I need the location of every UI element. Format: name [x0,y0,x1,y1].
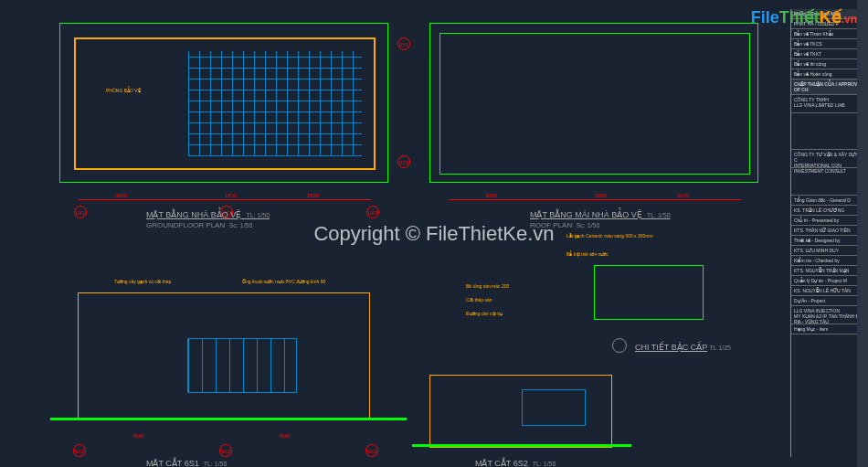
section-6s2 [429,375,612,448]
floor-grid [188,51,362,156]
title-vn: MẶT CẮT 6S2 [475,459,528,467]
section2-window [522,389,586,426]
company1-en: LLG VINA LIMITED LIAB [794,102,865,108]
drawing-viewport[interactable]: PHÒNG BẢO VỆ 4900 1800 2850 6X1 6X2 6X3 … [37,9,786,457]
section2-title: MẶT CẮT 6S2 TL: 1/50 [475,459,556,467]
company2-name: CÔNG TY TƯ VẤN & XÂY DỰNG C [794,152,865,163]
section-building [78,292,370,420]
title-vn: MẶT CẮT 6S1 [146,459,199,467]
grid-marker: 6X3 [365,444,378,457]
grid-marker: 6X2 [219,444,232,457]
detail-title: CHI TIẾT BẬC CẤP TL 1/25 [635,343,731,354]
scale: TL: 1/50 [647,212,671,218]
title-en: GROUNDFLOOR PLAN [146,221,225,229]
logo-part: Thiết [779,8,820,27]
roof-outline [439,33,750,175]
section-6s1: Tường xây gạch có cốt thép Ống thoát nướ… [59,274,388,443]
dimension-line [449,199,741,200]
room-label: PHÒNG BẢO VỆ [106,88,141,93]
site-logo: FileThiếtKế.vn [751,7,857,27]
annotation: Ống thoát nước mưa PVC đường kính 90 [242,279,325,284]
logo-part: .vn [842,13,857,26]
grid-marker: 6Y1 [397,37,410,50]
scale: TL: 1/50 [204,461,228,467]
dim-value: 1800 [225,193,237,198]
annotation: Đường cân cột trụ [466,311,503,316]
scale-en: Sc: 1/50 [229,222,253,228]
annotation: Lắt gạch Ceramic màu sáng 300 x 300mm [566,233,653,239]
grid-marker: 6Y2 [397,155,410,168]
annotation: Bê tông sàn mác 200 [466,283,509,289]
ground-line [412,444,631,447]
detail-marker [612,338,627,353]
ground-line [50,418,407,420]
grid-marker: 6X1 [73,444,86,457]
scale: TL: 1/50 [533,461,556,467]
scale: TL: 1/50 [246,212,270,218]
plan1-title: MẶT BẰNG NHÀ BẢO VỆ TL: 1/50 GROUNDFLOOR… [146,210,270,230]
annotation: Tường xây gạch có cốt thép [114,279,171,284]
roof-plan: 3600 2850 3645 [429,23,758,183]
annotation: Bả bột trét sơn nước [566,251,609,257]
detail-step [594,265,704,320]
groundfloor-plan: PHÒNG BẢO VỆ 4900 1800 2850 6X1 6X2 6X3 … [59,23,388,183]
title-vn: MẶT BẰNG MÁI NHÀ BẢO VỆ [530,210,642,219]
grid-marker: 6X1 [74,206,87,218]
vertical-scrollbar[interactable] [857,0,868,467]
title-vn: CHI TIẾT BẬC CẤP [635,343,707,352]
logo-part: Kế [820,8,842,27]
dim-value: 2850 [307,193,319,198]
dim-value: 3645 [677,193,689,198]
dim-value: 4900 [132,433,144,439]
dim-value: 4900 [279,433,291,439]
dim-value: 2850 [595,193,607,198]
title-vn: MẶT BẰNG NHÀ BẢO VỆ [146,210,241,219]
grid-marker: 6X3 [366,206,379,218]
section-window [187,338,297,393]
annotation: Cốt thép sàn [466,297,492,302]
cad-canvas[interactable]: PHÒNG BẢO VỆ 4900 1800 2850 6X1 6X2 6X3 … [0,0,868,467]
section1-title: MẶT CẮT 6S1 TL: 1/50 [146,459,227,467]
logo-part: File [751,8,779,27]
dim-value: 3600 [485,193,497,198]
scale: TL 1/25 [710,345,731,351]
dimension-line [79,199,371,200]
dim-value: 4900 [115,193,127,198]
